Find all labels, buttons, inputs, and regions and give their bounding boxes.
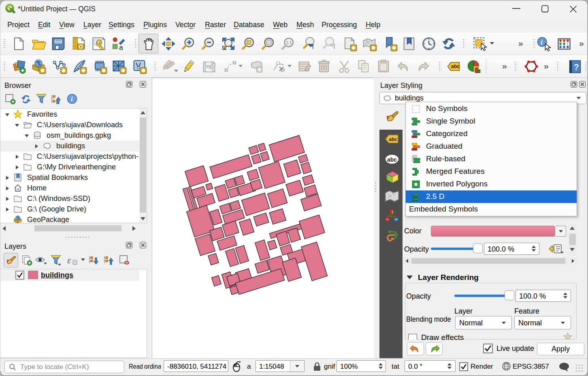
svg-text:i: i: [541, 38, 543, 46]
svg-text:abc: abc: [451, 64, 460, 69]
svg-text:1:1: 1:1: [286, 41, 292, 45]
svg-text:a: a: [119, 44, 123, 51]
svg-text:i: i: [71, 96, 73, 103]
svg-text:abc: abc: [389, 137, 397, 142]
svg-text:ε: ε: [67, 255, 71, 265]
svg-text:?: ?: [574, 62, 579, 72]
svg-text:abc: abc: [387, 156, 397, 163]
